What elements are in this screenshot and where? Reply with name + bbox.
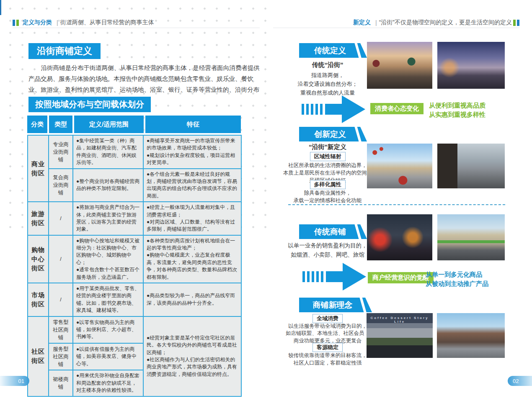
section-title-traditional-definition: 传统定义 — [299, 43, 367, 58]
header-bar-green-icon — [16, 20, 19, 26]
photo-neon-night-street — [367, 214, 432, 260]
right-arrow-graphic — [302, 95, 365, 123]
tag-full-domain-consumption-wrap: 全域消费 — [281, 314, 374, 323]
tag-diverse-attributes: 多样化属性 — [310, 180, 346, 189]
features-cell: ●各个组合元素一般是未经过良好的规划，商铺经营状况由市场自发调节，容易出现商店的… — [143, 169, 241, 202]
right-header-subtitle: “沿街”不仅是物理空间的定义，更是生活空间的定义 — [379, 19, 512, 26]
features-cell: ●经营对象主要是某个特定住宅社区的居民。各大专院校内外的商铺也可看成是社区商铺；… — [143, 316, 241, 396]
type-cell: 服务型社区商铺 — [49, 343, 73, 370]
right-arrow-graphic — [302, 263, 366, 290]
table-row: 市场街区 / ●用于某类商品批发、零售、经营的商业楼宇里面的商铺。比如，图书交易… — [28, 283, 241, 316]
table-header-row: 分类 类型 定义/适用范围 特征 — [27, 116, 241, 133]
type-cell: / — [49, 202, 73, 235]
left-header-separator: | — [57, 19, 58, 26]
tag-stable-customers-wrap: 客源稳定 — [281, 343, 374, 352]
photo-modern-pedestrian-street — [437, 144, 505, 188]
stable-customers-body: 较传统依靠街道带来的目标客流， 社区人口固定，客群稳定性强 — [281, 352, 374, 367]
header-bar-blue-icon — [517, 20, 519, 26]
definition-cell: ●以提供有偿服务为主的商铺，如美容美发店、健身中心等。 — [73, 343, 143, 370]
merchant-awareness-label: 商户经营意识的觉醒 — [368, 272, 434, 283]
photo-community-retail-building — [437, 214, 505, 260]
merchant-awareness-text: 从单一到多元化商品 从被动到主动推广产品 — [426, 270, 488, 288]
right-header-separator: | — [375, 19, 377, 26]
features-cell: ●商铺享受开发商统一的市场宣传所带来的市场效果，市场经营成本较低； ●规划设计的… — [143, 135, 241, 169]
category-cell: 购物中心街区 — [28, 235, 49, 283]
category-cell: 旅游街区 — [28, 202, 49, 235]
tag-full-domain-consumption: 全域消费 — [312, 314, 343, 323]
type-cell: 复合商业街商铺 — [49, 169, 73, 202]
left-header-section-label: 定义与分类 — [23, 19, 52, 26]
table-row: 旅游街区 / ●将旅游与商业房产结合为一体，此类商铺主要位于旅游景区，以游客为主… — [28, 202, 241, 235]
table-row: 商业街区 专业商业街商铺 ●集中经营某一类（种）商品，如建材商业街、汽车配件商业… — [28, 135, 241, 169]
photo-daytime-street-balloons — [367, 144, 432, 188]
traditional-definition-subtitle: 传统“沿街” — [281, 61, 374, 69]
right-page-header: 新定义 | “沿街”不仅是物理空间的定义，更是生活空间的定义 — [273, 18, 519, 28]
full-domain-consumption-body: 以生活服务带动全域消费为目的， 如店铺联盟、本地生活、社区会员， 商业功能更多元… — [281, 323, 374, 344]
traditional-shop-body: 以单一业务的销售盈利为目的， 如烟酒、小卖部、网吧、旅馆 — [281, 241, 374, 259]
features-cell: ●各种类型的商店按计划有机地组合在一起的零售性商业地产； ●购物中心规模庞大，业… — [143, 235, 241, 283]
traditional-definition-body: 指道路两侧， 沿着交通设施自然分布； 重视自然形成的人流量 — [281, 71, 374, 97]
page-number-right: 02 — [508, 376, 532, 386]
header-bar-blue-icon — [13, 20, 15, 26]
definition-cell: ●整个商业街对各商铺经营商品的种类不加特定限制。 — [73, 169, 143, 202]
table-row: 社区街区 零售型社区商铺 ●以零售实物商品为主的商铺，如便利店、大小超市、书摊等… — [28, 316, 241, 343]
photo-dusk-shopping-street — [367, 42, 432, 89]
category-cell: 社区街区 — [28, 316, 49, 396]
left-header-subtitle: 街道两侧、从事日常经营的商事主体 — [60, 19, 154, 26]
innovative-definition-subtitle: “沿街”新定义 — [281, 143, 374, 151]
section-title-new-shop-concept: 商铺新理念 — [299, 298, 372, 312]
photo-corner-commercial-building — [437, 313, 505, 358]
section-title-innovative-definition: 创新定义 — [299, 127, 367, 141]
photo-coffee-storefront: Coffee Dessert Story Life — [367, 313, 433, 358]
table-header-features: 特征 — [145, 116, 241, 133]
consumer-mindset-label: 消费者心态变化 — [370, 103, 424, 114]
type-cell: 零售型社区商铺 — [49, 316, 73, 343]
type-cell: 裙楼商铺 — [49, 370, 73, 396]
consumer-mindset-text: 从便利到重视高品质 从实惠到重视多样性 — [429, 101, 486, 119]
storefront-sign-text: Coffee Dessert Story Life — [367, 316, 433, 324]
section-title-traditional-shop: 传统商铺 — [299, 224, 367, 239]
definition-cell: ●将旅游与商业房产结合为一体，此类商铺主要位于旅游景区，以游客为主要的经营对象。 — [73, 202, 143, 235]
definition-cell: ●用于某类商品批发、零售、经营的商业楼宇里面的商铺。比如，图书交易市场、家具城、… — [73, 283, 143, 316]
definition-cell: ●以零售实物商品为主的商铺，如便利店、大小超市、书摊等。 — [73, 316, 143, 343]
definition-cell: ●用来优先弥补物业自身配套和周边配套的空缺或不足，对主楼本身的依赖性较强。 — [73, 370, 143, 396]
category-cell: 商业街区 — [28, 135, 49, 202]
classification-table: 商业街区 专业商业街商铺 ●集中经营某一类（种）商品，如建材商业街、汽车配件商业… — [27, 135, 242, 397]
table-header-category: 分类 — [27, 116, 47, 133]
left-page-header: 定义与分类 | 街道两侧、从事日常经营的商事主体 — [13, 18, 260, 28]
tag-regional-radiation-wrap: 区域性辐射 — [281, 152, 374, 161]
section-title-classification: 按照地域分布与空间载体划分 — [28, 97, 151, 112]
report-spread: 定义与分类 | 街道两侧、从事日常经营的商事主体 新定义 | “沿街”不仅是物理… — [0, 0, 532, 401]
type-cell: 专业商业街商铺 — [49, 135, 73, 169]
dashed-divider — [288, 204, 505, 205]
tag-stable-customers: 客源稳定 — [312, 343, 343, 352]
diverse-attributes-body: 除具备商业属性外， 承载一定的情感和社会化功能 — [281, 189, 374, 204]
definition-cell: ●购物中心按地址和规模又被细分为：社区购物中心、市区购物中心、城郊购物中心； ●… — [73, 235, 143, 283]
table-row: 复合商业街商铺 ●整个商业街对各商铺经营商品的种类不加特定限制。 ●各个组合元素… — [28, 169, 241, 202]
definition-cell: ●集中经营某一类（种）商品，如建材商业街、汽车配件商业街、酒吧街、休闲娱乐街等。 — [73, 135, 143, 169]
table-header-type: 类型 — [49, 116, 72, 133]
tag-diverse-attributes-wrap: 多样化属性 — [281, 180, 374, 189]
page-number-left: 01 — [0, 376, 29, 386]
header-bar-green-icon — [513, 20, 516, 26]
tag-regional-radiation: 区域性辐射 — [310, 152, 346, 161]
type-cell: / — [49, 283, 73, 316]
type-cell: / — [49, 235, 73, 283]
table-header-definition: 定义/适用范围 — [74, 116, 144, 133]
table-row: 购物中心街区 / ●购物中心按地址和规模又被细分为：社区购物中心、市区购物中心、… — [28, 235, 241, 283]
photo-night-commercial-street — [437, 42, 505, 89]
category-cell: 市场街区 — [28, 283, 49, 316]
features-cell: ●经营上一般体现为人流量相对集中，且消费需求旺盛； ●对周边区域、人口数量、结构… — [143, 202, 241, 235]
corner-accent-bar — [0, 0, 1, 15]
features-cell: ●商品类型较为单一，商品的产品线窄而深，该类商品的品种十分齐全。 — [143, 283, 241, 316]
section-title-shop-definition: 沿街商铺定义 — [28, 43, 101, 59]
right-header-section-label: 新定义 — [353, 19, 371, 26]
